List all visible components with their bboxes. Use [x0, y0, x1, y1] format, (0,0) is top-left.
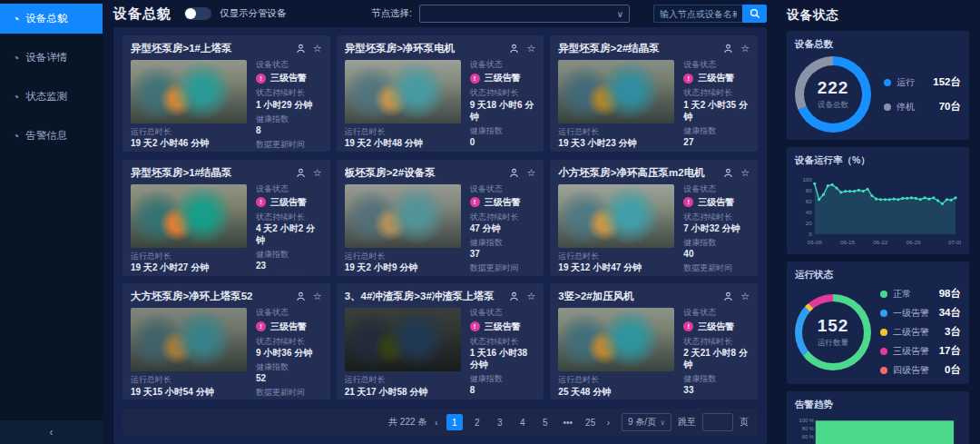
- star-icon[interactable]: ☆: [526, 291, 535, 302]
- star-icon[interactable]: ☆: [740, 43, 750, 54]
- equipment-card[interactable]: 3、4#冲渣泵房>3#冲渣泵上塔泵 ☆: [337, 283, 544, 400]
- person-icon[interactable]: [296, 44, 306, 54]
- runtime-value: 19 天2 小时27 分钟: [131, 261, 247, 273]
- page-number[interactable]: 3: [492, 414, 508, 430]
- page-number[interactable]: •••: [560, 414, 576, 430]
- sidebar-item[interactable]: ◔ 状态监测: [0, 82, 103, 112]
- runtime-value: 19 天2 小时46 分钟: [131, 137, 247, 149]
- legend-name: 二级告警: [893, 326, 945, 339]
- star-icon[interactable]: ☆: [526, 167, 535, 179]
- page-number[interactable]: 25: [583, 414, 599, 430]
- equipment-photo: [558, 308, 674, 371]
- status-label: 设备状态: [470, 308, 536, 318]
- equipment-card[interactable]: 大方坯泵房>净环上塔泵52 ☆: [122, 283, 330, 400]
- equipment-card[interactable]: 3竖>2#加压风机 ☆: [550, 283, 758, 400]
- legend-value: 3台: [945, 325, 961, 339]
- sidebar-item-label: 告警信息: [25, 129, 67, 143]
- device-total-title: 设备总数: [795, 38, 961, 51]
- total-count: 共 222 条: [388, 416, 426, 429]
- health-value: 23: [256, 260, 322, 271]
- alarm-badge-icon: !: [470, 74, 480, 84]
- alarm-badge-icon: !: [470, 321, 480, 331]
- node-select-dropdown[interactable]: ∨: [419, 5, 630, 23]
- search-button[interactable]: [742, 5, 767, 23]
- pie-chart-icon: ◔: [13, 130, 19, 143]
- star-icon[interactable]: ☆: [313, 43, 322, 54]
- equipment-title: 小方坯泵房>净环高压泵m2电机: [558, 166, 718, 180]
- managed-devices-toggle[interactable]: [184, 7, 211, 20]
- jump-page-input[interactable]: [702, 413, 733, 431]
- equipment-card[interactable]: 异型坯泵房>净环泵电机 ☆: [337, 35, 544, 152]
- person-icon[interactable]: [296, 168, 306, 178]
- main-column: 设备总貌 仅显示分管设备 节点选择: ∨: [103, 0, 776, 444]
- svg-text:20: 20: [806, 220, 812, 226]
- person-icon[interactable]: [509, 44, 519, 54]
- updated-label: 数据更新时间: [470, 263, 536, 273]
- health-value: 40: [683, 248, 750, 260]
- svg-text:80 %: 80 %: [802, 426, 814, 431]
- runtime-label: 运行总时长: [558, 127, 674, 137]
- equipment-photo: [558, 184, 674, 248]
- equipment-card[interactable]: 小方坯泵房>净环高压泵m2电机 ☆: [550, 160, 758, 276]
- search-input[interactable]: [653, 5, 742, 23]
- device-total-card: 设备总数 222 设备总数 运行 152台: [787, 31, 969, 140]
- sidebar-item[interactable]: ◔ 设备详情: [0, 43, 103, 73]
- prev-page-button[interactable]: ‹: [433, 418, 439, 428]
- top-bar: 设备总貌 仅显示分管设备 节点选择: ∨: [113, 0, 767, 27]
- equipment-card[interactable]: 异型坯泵房>1#结晶泵 ☆: [122, 160, 330, 276]
- runtime-label: 运行总时长: [131, 252, 247, 261]
- equipment-photo: [131, 308, 247, 371]
- star-icon[interactable]: ☆: [313, 291, 322, 302]
- toggle-label: 仅显示分管设备: [220, 7, 287, 20]
- health-value: 0: [470, 136, 536, 148]
- person-icon[interactable]: [723, 291, 733, 301]
- alarm-trend-card: 告警趋势 0 %20 %40 %60 %80 %100 %06-0806-150…: [787, 391, 969, 444]
- updated-value: 2022-07-08 12:27:27: [256, 150, 322, 152]
- health-label: 健康指数: [470, 238, 536, 248]
- equipment-card[interactable]: 板坯泵房>2#设备泵 ☆: [337, 160, 544, 276]
- health-label: 健康指数: [256, 362, 322, 372]
- person-icon[interactable]: [296, 291, 306, 301]
- updated-label: 数据更新时间: [256, 388, 322, 398]
- person-icon[interactable]: [509, 168, 519, 178]
- duration-value: 47 分钟: [470, 222, 536, 234]
- equipment-title: 异型坯泵房>1#上塔泵: [131, 42, 290, 55]
- page-number[interactable]: 1: [446, 414, 463, 430]
- updated-value: 2022-07-08 12:08:16: [683, 274, 750, 276]
- star-icon[interactable]: ☆: [740, 291, 750, 302]
- next-page-button[interactable]: ›: [605, 418, 612, 428]
- sidebar-item[interactable]: ◔ 告警信息: [0, 121, 103, 151]
- alarm-badge-icon: !: [256, 74, 266, 84]
- page-number[interactable]: 2: [469, 414, 485, 430]
- run-status-value: 152: [818, 316, 849, 336]
- star-icon[interactable]: ☆: [740, 167, 750, 179]
- svg-text:06-29: 06-29: [906, 239, 921, 245]
- status-value: 三级告警: [485, 196, 521, 209]
- sidebar-item[interactable]: ◔ 设备总貌: [0, 4, 103, 34]
- duration-value: 2 天21 小时8 分钟: [683, 347, 750, 370]
- alarm-trend-title: 告警趋势: [795, 399, 961, 411]
- updated-label: 数据更新时间: [683, 263, 750, 273]
- page-number[interactable]: 4: [514, 414, 531, 430]
- svg-text:80: 80: [806, 187, 812, 193]
- left-sidebar: ◔ 设备总貌 ◔ 设备详情 ◔ 状态监测 ◔ 告警信息: [0, 0, 103, 444]
- page-size-select[interactable]: 9 条/页 ∨: [622, 413, 671, 431]
- run-rate-card: 设备运行率（%） 02040608010006-0806-1506-2206-2…: [787, 147, 969, 254]
- sidebar-collapse-button[interactable]: ‹: [0, 420, 103, 444]
- status-label: 设备状态: [256, 60, 322, 70]
- legend-row: 一级告警 34台: [880, 306, 961, 320]
- app-root: ◔ 设备总貌 ◔ 设备详情 ◔ 状态监测 ◔ 告警信息: [0, 0, 980, 444]
- star-icon[interactable]: ☆: [526, 43, 535, 54]
- person-icon[interactable]: [509, 291, 519, 301]
- star-icon[interactable]: ☆: [313, 167, 322, 179]
- page-number[interactable]: 5: [537, 414, 554, 430]
- legend-row: 三级告警 17台: [880, 344, 961, 358]
- runtime-value: 25 天48 分钟: [558, 386, 674, 398]
- equipment-card[interactable]: 异型坯泵房>1#上塔泵 ☆: [122, 35, 330, 152]
- equipment-card[interactable]: 异型坯泵房>2#结晶泵 ☆: [550, 35, 758, 152]
- equipment-title: 3、4#冲渣泵房>3#冲渣泵上塔泵: [345, 290, 505, 303]
- person-icon[interactable]: [723, 44, 733, 54]
- run-rate-line-chart: 02040608010006-0806-1506-2206-2907-08: [795, 173, 961, 247]
- status-value: 三级告警: [270, 321, 307, 333]
- person-icon[interactable]: [723, 168, 733, 178]
